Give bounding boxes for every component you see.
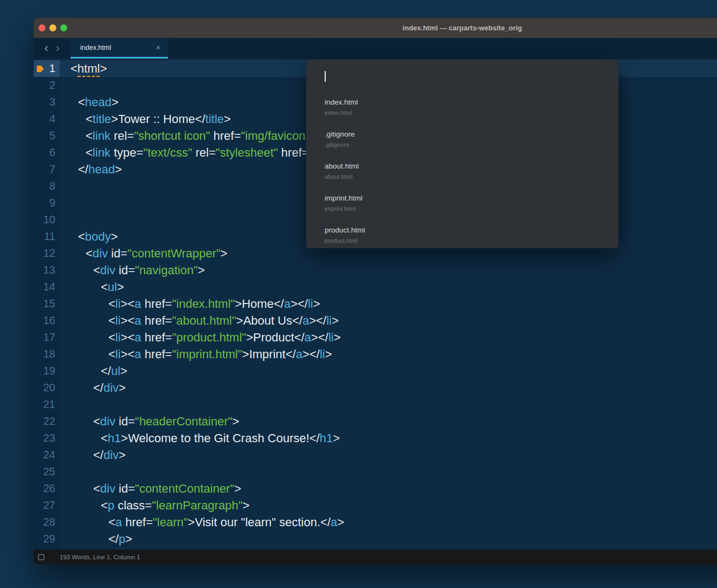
bookmark-icon [37,66,44,72]
file-path: imprint.html [325,205,618,212]
window-titlebar[interactable]: index.html — carparts-website_orig [34,18,717,38]
line-number: 6 [34,144,60,161]
line-number: 26 [34,480,60,497]
quick-panel-item[interactable]: product.htmlproduct.html [306,222,618,248]
code-line-text: </div> [60,379,717,396]
line-number: 5 [34,127,60,144]
line-number: 18 [34,346,60,363]
code-line[interactable]: 21 [34,396,717,413]
code-line[interactable]: 26<div id="contentContainer"> [34,480,717,497]
forward-arrow-icon[interactable]: › [56,38,60,58]
code-line-text: <li><a href="product.html">Product</a></… [60,329,717,346]
code-line[interactable]: 24</div> [34,447,717,463]
code-line-text: </p> [60,531,717,547]
line-number: 29 [34,531,60,547]
code-line-text: </div> [60,447,717,463]
tab-close-icon[interactable]: × [156,43,160,52]
tab-index-html[interactable]: index.html × [70,38,168,59]
line-number: 16 [34,312,60,329]
quick-open-input[interactable] [306,60,618,94]
line-number: 3 [34,94,60,111]
code-line[interactable]: 27<p class="learnParagraph"> [34,497,717,514]
code-line[interactable]: 23<h1>Welcome to the Git Crash Course!</… [34,430,717,447]
line-number: 28 [34,514,60,531]
file-name: imprint.html [325,193,618,203]
minimize-window-button[interactable] [49,24,56,31]
tab-navigation: ‹ › [34,38,70,59]
code-line-text [60,463,717,480]
code-line[interactable]: 14<ul> [34,279,717,295]
code-line-text: <li><a href="index.html">Home</a></li> [60,295,717,312]
code-line[interactable]: 22<div id="headerContainer"> [34,413,717,430]
tab-label: index.html [80,44,111,51]
line-number: 13 [34,262,60,279]
code-line-text: <div id="headerContainer"> [60,413,717,430]
line-number: 23 [34,430,60,447]
line-number: 12 [34,245,60,262]
line-number: 15 [34,295,60,312]
line-number: 24 [34,447,60,463]
back-arrow-icon[interactable]: ‹ [44,38,48,58]
line-number: 8 [34,178,60,195]
status-text: 193 Words, Line 1, Column 1 [60,554,140,560]
quick-panel-item[interactable]: .gitignore.gitignore [306,126,618,158]
editor-window: index.html — carparts-website_orig ‹ › i… [34,18,717,565]
tab-bar: ‹ › index.html × [34,38,717,59]
line-number: 27 [34,497,60,514]
file-path: index.html [325,109,618,117]
file-name: about.html [325,161,618,171]
file-path: product.html [325,237,618,244]
quick-open-panel: index.htmlindex.html.gitignore.gitignore… [306,60,618,248]
code-line[interactable]: 16<li><a href="about.html">About Us</a><… [34,312,717,329]
line-number: 22 [34,413,60,430]
desktop: index.html — carparts-website_orig ‹ › i… [0,0,717,588]
code-line[interactable]: 15<li><a href="index.html">Home</a></li> [34,295,717,312]
code-line-text: <li><a href="about.html">About Us</a></l… [60,312,717,329]
file-name: index.html [325,98,618,107]
line-number: 20 [34,379,60,396]
code-line-text: <div id="contentContainer"> [60,480,717,497]
line-number: 1 [34,60,60,77]
code-line[interactable]: 25 [34,463,717,480]
quick-panel-item[interactable]: about.htmlabout.html [306,158,618,190]
code-line[interactable]: 18<li><a href="imprint.html">Imprint</a>… [34,346,717,363]
close-window-button[interactable] [38,24,46,31]
line-number: 21 [34,396,60,413]
code-line-text: <div id="navigation"> [60,262,717,279]
code-line[interactable]: 17<li><a href="product.html">Product</a>… [34,329,717,346]
text-caret [325,71,326,82]
line-number: 11 [34,228,60,245]
line-number: 19 [34,363,60,379]
code-line[interactable]: 19</ul> [34,363,717,379]
window-title: index.html — carparts-website_orig [403,18,522,38]
line-number: 2 [34,77,60,94]
line-number: 17 [34,329,60,346]
code-line-text: </ul> [60,363,717,379]
code-line-text [60,396,717,413]
code-line[interactable]: 20</div> [34,379,717,396]
file-path: about.html [325,173,618,180]
code-line[interactable]: 29</p> [34,531,717,547]
pane-icon [38,554,44,560]
file-name: product.html [325,225,618,235]
quick-panel-item[interactable]: index.htmlindex.html [306,94,618,126]
code-line[interactable]: 13<div id="navigation"> [34,262,717,279]
code-line-text: <li><a href="imprint.html">Imprint</a></… [60,346,717,363]
traffic-lights [38,24,67,31]
zoom-window-button[interactable] [60,24,67,31]
line-number: 10 [34,211,60,228]
code-line-text: <h1>Welcome to the Git Crash Course!</h1… [60,430,717,447]
code-line-text: <p class="learnParagraph"> [60,497,717,514]
file-path: .gitignore [325,141,618,148]
line-number: 9 [34,195,60,211]
code-line-text: <a href="learn">Visit our "learn" sectio… [60,514,717,531]
quick-panel-list: index.htmlindex.html.gitignore.gitignore… [306,94,618,248]
line-number: 25 [34,463,60,480]
line-number: 14 [34,279,60,295]
code-line-text: <ul> [60,279,717,295]
line-number: 4 [34,111,60,127]
status-bar: 193 Words, Line 1, Column 1 [34,550,717,565]
code-line[interactable]: 28<a href="learn">Visit our "learn" sect… [34,514,717,531]
file-name: .gitignore [325,130,618,139]
quick-panel-item[interactable]: imprint.htmlimprint.html [306,190,618,222]
